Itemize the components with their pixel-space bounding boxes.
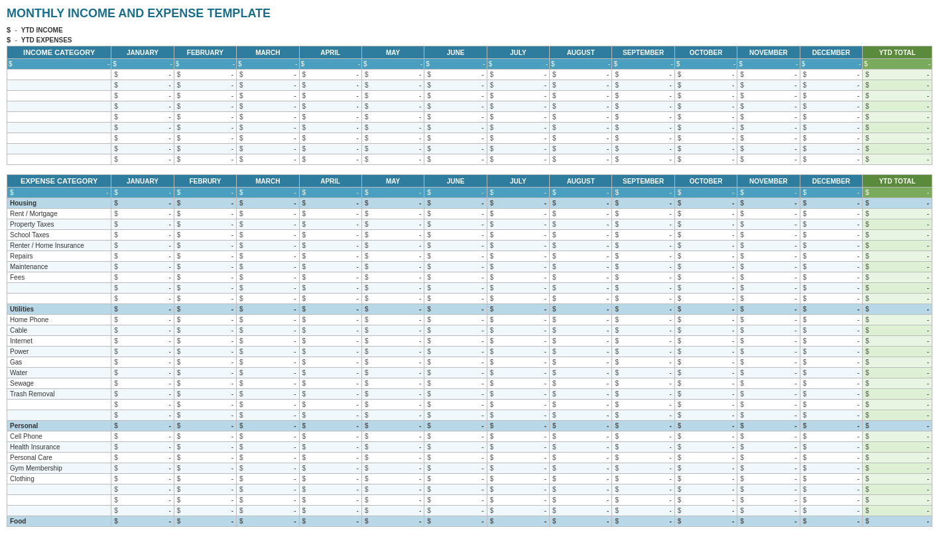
- expense-item-month-cell[interactable]: $-: [550, 357, 612, 368]
- expense-item-month-cell[interactable]: $-: [737, 251, 800, 262]
- subcategory-month-cell[interactable]: $-: [737, 516, 800, 527]
- expense-item-month-cell[interactable]: $-: [674, 262, 737, 272]
- expense-item-month-cell[interactable]: $-: [424, 368, 487, 378]
- subcategory-month-cell[interactable]: $-: [550, 198, 612, 209]
- expense-item-month-cell[interactable]: $-: [674, 506, 737, 516]
- expense-item-month-cell[interactable]: $-: [111, 294, 174, 304]
- expense-item-month-cell[interactable]: $-: [487, 400, 549, 410]
- expense-item-month-cell[interactable]: $-: [487, 474, 549, 484]
- income-month-cell[interactable]: $-: [237, 80, 299, 91]
- expense-item-month-cell[interactable]: $-: [111, 347, 174, 357]
- expense-item-month-cell[interactable]: $-: [174, 484, 236, 495]
- expense-item-month-cell[interactable]: $-: [550, 272, 612, 283]
- expense-item-month-cell[interactable]: $-: [361, 262, 424, 272]
- subcategory-month-cell[interactable]: $-: [487, 304, 549, 315]
- expense-item-month-cell[interactable]: $-: [424, 506, 487, 516]
- expense-item-month-cell[interactable]: $-: [299, 410, 361, 421]
- expense-item-month-cell[interactable]: $-: [361, 453, 424, 463]
- income-month-cell[interactable]: $-: [612, 123, 674, 133]
- expense-item-month-cell[interactable]: $-: [361, 272, 424, 283]
- income-month-cell[interactable]: $-: [111, 80, 174, 91]
- income-month-cell[interactable]: $-: [424, 112, 487, 123]
- expense-item-label[interactable]: Health Insurance: [7, 442, 111, 453]
- expense-item-month-cell[interactable]: $-: [674, 347, 737, 357]
- expense-item-month-cell[interactable]: $-: [111, 484, 174, 495]
- expense-item-month-cell[interactable]: $-: [111, 230, 174, 241]
- expense-item-month-cell[interactable]: $-: [737, 368, 800, 378]
- income-month-cell[interactable]: $-: [612, 70, 674, 80]
- expense-item-month-cell[interactable]: $-: [674, 209, 737, 219]
- expense-item-month-cell[interactable]: $-: [737, 272, 800, 283]
- expense-item-month-cell[interactable]: $-: [674, 400, 737, 410]
- subcategory-month-cell[interactable]: $-: [174, 304, 236, 315]
- expense-item-label[interactable]: [7, 283, 111, 294]
- expense-item-month-cell[interactable]: $-: [111, 463, 174, 474]
- expense-item-month-cell[interactable]: $-: [299, 484, 361, 495]
- expense-item-month-cell[interactable]: $-: [361, 325, 424, 336]
- expense-item-month-cell[interactable]: $-: [361, 506, 424, 516]
- expense-item-month-cell[interactable]: $-: [612, 453, 674, 463]
- expense-item-month-cell[interactable]: $-: [800, 506, 862, 516]
- expense-item-month-cell[interactable]: $-: [237, 453, 299, 463]
- expense-item-month-cell[interactable]: $-: [612, 463, 674, 474]
- income-month-cell[interactable]: $-: [550, 91, 612, 101]
- expense-item-month-cell[interactable]: $-: [299, 453, 361, 463]
- income-month-cell[interactable]: $-: [237, 123, 299, 133]
- expense-item-month-cell[interactable]: $-: [174, 442, 236, 453]
- expense-item-month-cell[interactable]: $-: [674, 389, 737, 400]
- expense-item-label[interactable]: Maintenance: [7, 262, 111, 272]
- expense-item-month-cell[interactable]: $-: [737, 209, 800, 219]
- expense-item-month-cell[interactable]: $-: [612, 400, 674, 410]
- expense-item-month-cell[interactable]: $-: [612, 209, 674, 219]
- expense-item-month-cell[interactable]: $-: [487, 262, 549, 272]
- subcategory-month-cell[interactable]: $-: [487, 516, 549, 527]
- expense-item-month-cell[interactable]: $-: [361, 431, 424, 442]
- income-month-cell[interactable]: $-: [550, 112, 612, 123]
- expense-item-month-cell[interactable]: $-: [612, 230, 674, 241]
- income-category-cell[interactable]: [7, 101, 111, 112]
- expense-item-month-cell[interactable]: $-: [800, 442, 862, 453]
- expense-item-month-cell[interactable]: $-: [487, 283, 549, 294]
- expense-item-month-cell[interactable]: $-: [111, 453, 174, 463]
- income-month-cell[interactable]: $-: [800, 154, 862, 165]
- expense-item-month-cell[interactable]: $-: [299, 230, 361, 241]
- income-month-cell[interactable]: $-: [424, 91, 487, 101]
- expense-item-month-cell[interactable]: $-: [487, 442, 549, 453]
- subcategory-month-cell[interactable]: $-: [487, 421, 549, 431]
- expense-item-month-cell[interactable]: $-: [800, 325, 862, 336]
- expense-item-month-cell[interactable]: $-: [550, 262, 612, 272]
- expense-item-month-cell[interactable]: $-: [237, 389, 299, 400]
- income-month-cell[interactable]: $-: [361, 144, 424, 154]
- expense-item-month-cell[interactable]: $-: [800, 336, 862, 347]
- expense-item-month-cell[interactable]: $-: [674, 272, 737, 283]
- subcategory-month-cell[interactable]: $-: [800, 198, 862, 209]
- expense-item-month-cell[interactable]: $-: [487, 219, 549, 230]
- expense-item-month-cell[interactable]: $-: [361, 463, 424, 474]
- expense-item-month-cell[interactable]: $-: [299, 251, 361, 262]
- expense-item-month-cell[interactable]: $-: [361, 209, 424, 219]
- expense-item-month-cell[interactable]: $-: [674, 495, 737, 506]
- expense-item-month-cell[interactable]: $-: [111, 400, 174, 410]
- expense-item-month-cell[interactable]: $-: [737, 315, 800, 325]
- income-category-cell[interactable]: [7, 123, 111, 133]
- expense-item-month-cell[interactable]: $-: [737, 357, 800, 368]
- income-month-cell[interactable]: $-: [737, 91, 800, 101]
- subcategory-month-cell[interactable]: $-: [174, 516, 236, 527]
- expense-item-month-cell[interactable]: $-: [737, 463, 800, 474]
- expense-item-month-cell[interactable]: $-: [550, 336, 612, 347]
- expense-item-month-cell[interactable]: $-: [800, 357, 862, 368]
- subcategory-month-cell[interactable]: $-: [299, 304, 361, 315]
- expense-item-month-cell[interactable]: $-: [612, 241, 674, 251]
- expense-item-month-cell[interactable]: $-: [550, 474, 612, 484]
- expense-item-month-cell[interactable]: $-: [361, 219, 424, 230]
- subcategory-month-cell[interactable]: $-: [361, 516, 424, 527]
- expense-item-label[interactable]: School Taxes: [7, 230, 111, 241]
- expense-item-month-cell[interactable]: $-: [174, 219, 236, 230]
- expense-item-month-cell[interactable]: $-: [237, 325, 299, 336]
- expense-item-month-cell[interactable]: $-: [424, 336, 487, 347]
- expense-item-month-cell[interactable]: $-: [487, 453, 549, 463]
- expense-item-month-cell[interactable]: $-: [299, 506, 361, 516]
- expense-item-month-cell[interactable]: $-: [361, 251, 424, 262]
- income-month-cell[interactable]: $-: [487, 112, 549, 123]
- subcategory-month-cell[interactable]: $-: [612, 421, 674, 431]
